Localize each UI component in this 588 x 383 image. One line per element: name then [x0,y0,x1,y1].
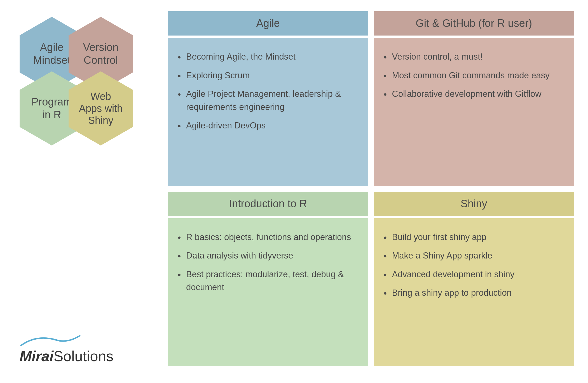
left-panel: Agile Mindset Version Control Program in… [14,11,160,372]
intro-r-body: R basics: objects, functions and operati… [168,218,368,366]
list-item: Build your first shiny app [384,228,564,247]
list-item: Data analysis with tidyverse [178,246,359,265]
list-item: Collaborative development with Gitflow [384,85,564,104]
list-item: Version control, a must! [384,48,564,66]
hexagon-grid: Agile Mindset Version Control Program in… [14,17,148,207]
list-item: Exploring Scrum [178,66,359,85]
git-body: Version control, a must! Most common Git… [374,38,574,186]
git-header: Git & GitHub (for R user) [374,11,574,36]
main-container: Agile Mindset Version Control Program in… [0,0,588,383]
list-item: Advanced development in shiny [384,265,564,284]
shiny-body: Build your first shiny app Make a Shiny … [374,218,574,366]
list-item: Make a Shiny App sparkle [384,246,564,265]
list-item: Becoming Agile, the Mindset [178,48,359,66]
list-item: R basics: objects, functions and operati… [178,228,359,247]
git-list: Version control, a must! Most common Git… [384,48,564,104]
logo-regular: Solutions [53,348,113,364]
shiny-header: Shiny [374,192,574,216]
agile-body: Becoming Agile, the Mindset Exploring Sc… [168,38,368,186]
right-panel: Agile Git & GitHub (for R user) Becoming… [168,11,574,372]
logo-area: MiraiSolutions [20,333,113,363]
list-item: Best practices: modularize, test, debug … [178,265,359,297]
shiny-list: Build your first shiny app Make a Shiny … [384,228,564,302]
logo-curve-icon [20,333,81,348]
hex-web-apps: Web Apps with Shiny [69,71,133,145]
logo-text: MiraiSolutions [20,349,113,363]
list-item: Bring a shiny app to production [384,284,564,302]
list-item: Agile-driven DevOps [178,116,359,135]
list-item: Agile Project Management, leadership & r… [178,85,359,116]
agile-list: Becoming Agile, the Mindset Exploring Sc… [178,48,359,135]
list-item: Most common Git commands made easy [384,66,564,85]
intro-r-list: R basics: objects, functions and operati… [178,228,359,297]
intro-r-header: Introduction to R [168,192,368,216]
logo-bold: Mirai [20,348,53,364]
mirai-logo: MiraiSolutions [20,333,113,363]
agile-header: Agile [168,11,368,36]
